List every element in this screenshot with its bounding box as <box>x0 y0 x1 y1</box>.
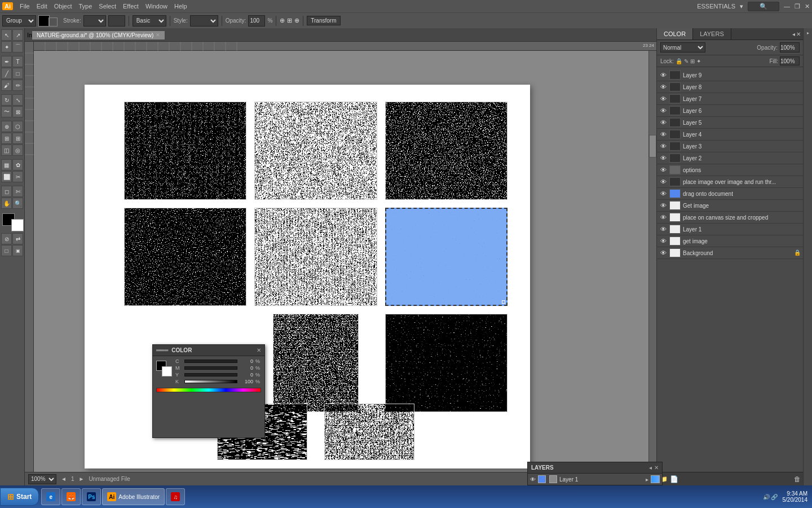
blend-tool[interactable]: ◎ <box>12 144 23 156</box>
layer-item[interactable]: 👁 Layer 4 <box>657 129 803 141</box>
layer-item[interactable]: 👁 get image <box>657 235 803 247</box>
align-icon[interactable]: ⊞ <box>287 17 292 24</box>
fill-input[interactable] <box>780 56 800 65</box>
layer-vis-5[interactable]: 👁 <box>659 119 667 126</box>
layer-item[interactable]: 👁 Background 🔒 <box>657 247 803 259</box>
layer-vis-8[interactable]: 👁 <box>659 83 667 91</box>
layers-tab[interactable]: LAYERS <box>693 28 731 40</box>
lock-all-btn[interactable]: ⊞ <box>690 58 695 64</box>
taskbar-app-firefox[interactable]: 🦊 <box>61 488 81 505</box>
panel-close[interactable]: ✕ <box>796 31 801 37</box>
page-nav-next[interactable]: ► <box>78 476 84 482</box>
layer-item[interactable]: 👁 Get image <box>657 200 803 212</box>
vertical-scrollbar[interactable] <box>648 51 656 472</box>
perspective-tool[interactable]: ⊞ <box>1 133 12 144</box>
lock-paint-btn[interactable]: ✎ <box>684 58 689 64</box>
column-graph-tool[interactable]: ▦ <box>1 159 12 170</box>
pen-tool[interactable]: ✒ <box>1 56 12 67</box>
color-background[interactable] <box>162 366 172 376</box>
shape-builder-tool[interactable]: ⊕ <box>1 121 12 132</box>
resample-icon[interactable]: ⊕ <box>280 17 285 24</box>
warp-icon[interactable]: ⊕ <box>294 17 299 24</box>
layer-item[interactable]: 👁 Layer 8 <box>657 81 803 93</box>
artboard-tool[interactable]: ⬜ <box>1 171 12 182</box>
canvas-tab-main[interactable]: NATURE-ground.ai* @ 100% (CMYK/Preview) … <box>32 30 165 40</box>
slice-tool[interactable]: ✂ <box>12 171 23 182</box>
layer-vis-canvas[interactable]: 👁 <box>659 213 667 221</box>
bottom-panel-collapse[interactable]: ◂ <box>649 465 652 471</box>
bottom-layer-expand[interactable]: ▸ <box>646 476 648 483</box>
taskbar-app-itunes[interactable]: ♫ <box>166 488 185 505</box>
close-btn[interactable]: ✕ <box>805 3 810 10</box>
gradient-tool[interactable]: ◫ <box>1 144 12 156</box>
layer-vis-bg[interactable]: 👁 <box>659 249 667 257</box>
stroke-color-swatch[interactable] <box>48 17 58 27</box>
layer-vis-4[interactable]: 👁 <box>659 130 667 138</box>
live-paint-tool[interactable]: ⬡ <box>12 121 23 132</box>
menu-edit[interactable]: Edit <box>37 3 47 10</box>
search-box[interactable]: 🔍 <box>748 2 779 11</box>
rect-tool[interactable]: □ <box>12 68 23 79</box>
menu-type[interactable]: Type <box>79 3 92 10</box>
group-type-select[interactable]: Group <box>2 15 36 27</box>
fill-none[interactable]: ⊘ <box>1 233 12 244</box>
bottom-panel-close[interactable]: ✕ <box>654 465 659 471</box>
fg-bg-colors[interactable] <box>2 213 24 231</box>
magenta-slider[interactable] <box>184 366 237 370</box>
layer-vis-7[interactable]: 👁 <box>659 95 667 103</box>
rotate-tool[interactable]: ↻ <box>1 94 12 106</box>
tab-close-btn[interactable]: ✕ <box>156 32 160 38</box>
layer-item[interactable]: 👁 place on canvas size and cropped <box>657 212 803 224</box>
start-button[interactable]: ⊞ Start <box>0 488 39 506</box>
color-panel-header[interactable]: ═══ COLOR ✕ <box>153 345 264 356</box>
layer-vis-3[interactable]: 👁 <box>659 142 667 150</box>
texture-7[interactable] <box>273 314 359 412</box>
free-transform-tool[interactable]: ⊠ <box>12 106 23 117</box>
mesh-tool[interactable]: ⊞ <box>12 133 23 144</box>
brush-select[interactable]: Basic <box>133 15 166 27</box>
collapsed-panel[interactable]: ▸ <box>805 30 810 36</box>
texture-6-selected[interactable] <box>385 208 508 306</box>
texture-8[interactable] <box>385 314 508 412</box>
texture-10[interactable] <box>324 404 414 460</box>
layer-item[interactable]: 👁 Layer 5 <box>657 117 803 129</box>
black-slider[interactable] <box>184 380 237 383</box>
layer-item[interactable]: 👁 Layer 3 <box>657 141 803 152</box>
layer-item[interactable]: 👁 options <box>657 164 803 176</box>
yellow-slider[interactable] <box>184 373 237 376</box>
menu-file[interactable]: File <box>20 3 30 10</box>
select-tool[interactable]: ↖ <box>1 29 12 41</box>
background-color[interactable] <box>11 219 24 231</box>
layer-vis-drag[interactable]: 👁 <box>659 190 667 198</box>
screen-mode[interactable]: ▣ <box>12 245 23 256</box>
direct-select-tool[interactable]: ↗ <box>12 29 23 41</box>
taskbar-app-photoshop[interactable]: Ps <box>82 488 101 505</box>
canvas-scroll[interactable]: ═══ COLOR ✕ <box>34 51 656 472</box>
texture-4[interactable] <box>124 208 246 306</box>
line-tool[interactable]: ╱ <box>1 68 12 79</box>
fill-color-swatch[interactable] <box>38 15 50 27</box>
layer-vis-opt[interactable]: 👁 <box>659 166 667 174</box>
color-fg-bg[interactable] <box>156 361 172 376</box>
taskbar-app-ie[interactable]: e <box>41 488 60 505</box>
texture-1[interactable] <box>124 102 246 200</box>
color-tab[interactable]: COLOR <box>657 28 693 40</box>
minimize-btn[interactable]: — <box>784 3 790 10</box>
layer-item[interactable]: 👁 place image over image and run thr... <box>657 176 803 188</box>
stroke-input[interactable] <box>108 15 125 27</box>
opacity-layer-input[interactable] <box>780 42 800 52</box>
texture-2[interactable] <box>254 102 377 200</box>
layer-vis-place[interactable]: 👁 <box>659 178 667 186</box>
type-tool[interactable]: T <box>12 56 23 67</box>
scale-tool[interactable]: ⤡ <box>12 94 23 106</box>
pencil-tool[interactable]: ✏ <box>12 80 23 91</box>
panel-minimize[interactable]: ◂ <box>792 31 795 37</box>
texture-5[interactable] <box>254 208 377 306</box>
layer-item[interactable]: 👁 Layer 7 <box>657 93 803 105</box>
warp-tool[interactable]: 〜 <box>1 106 12 117</box>
blend-mode-select[interactable]: Normal <box>660 42 705 52</box>
layer-item[interactable]: 👁 Layer 2 <box>657 152 803 164</box>
bottom-layer-item[interactable]: 👁 Layer 1 ▸ <box>528 474 662 485</box>
menu-effect[interactable]: Effect <box>123 3 139 10</box>
layer-vis-9[interactable]: 👁 <box>659 71 667 79</box>
